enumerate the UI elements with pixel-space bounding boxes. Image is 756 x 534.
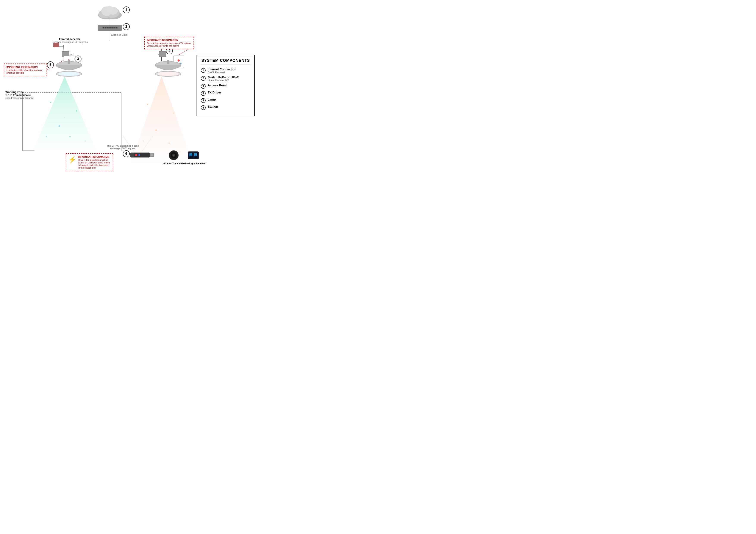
visible-light-receiver-label: Visible Light Receiver [181,162,205,165]
svg-point-35 [50,102,51,103]
svg-point-47 [143,140,144,142]
svg-rect-51 [150,154,153,156]
component-num-4: 4 [201,91,205,96]
svg-point-53 [135,154,137,156]
num-2-circle: 2 [123,23,130,30]
svg-rect-68 [192,155,192,156]
svg-point-45 [155,129,157,131]
main-diagram: 1 2 Cat5e or Cat6 4 Infrared Receiver Re… [0,0,258,183]
svg-point-32 [157,72,179,76]
svg-point-37 [58,125,60,127]
svg-rect-74 [194,155,195,156]
switch-device [98,25,122,31]
info-box-right: IMPORTANT INFORMATION Do not disconnect … [145,37,194,49]
system-components-title: SYSTEM COMPONENTS [201,58,251,65]
svg-point-46 [169,142,170,144]
switch-led [103,27,104,28]
ir-receiver-label: Infrared Receiver Receiver coverage of 6… [52,38,88,43]
cat5e-label: Cat5e or Cat6 [111,33,127,37]
svg-rect-29 [68,60,70,64]
num-1-circle: 1 [123,7,130,13]
svg-rect-52 [130,153,134,157]
component-item-6: 6 Station [201,105,251,110]
station-usb-dongle [129,149,155,162]
svg-point-36 [76,110,77,112]
component-num-6: 6 [201,105,205,110]
component-item-1: 1 Internet Connection DHCP Required [201,67,251,74]
ir-receiver-area [47,43,59,47]
svg-point-58 [173,155,174,156]
num-6-circle: 6 [123,150,130,157]
svg-point-54 [138,154,140,156]
svg-rect-75 [196,155,197,156]
component-num-5: 5 [201,98,205,103]
svg-point-40 [85,140,86,142]
component-item-3: 3 Access Point [201,84,251,89]
component-num-2: 2 [201,76,205,81]
svg-point-43 [147,104,148,105]
light-cone-left [33,76,96,150]
lamp-right [151,60,185,82]
component-num-1: 1 [201,68,205,73]
svg-point-44 [173,113,174,114]
svg-point-28 [58,72,80,76]
info-box-left: IMPORTANT INFORMATION Luminaire cable sh… [4,64,47,76]
svg-point-39 [46,136,47,138]
cone-label: The LiF-XC station has a cone coverage o… [106,144,140,150]
working-zone-label: Working zone 1-6 m from luminaire speed … [5,90,34,99]
svg-marker-34 [33,76,96,150]
svg-rect-33 [167,60,169,64]
svg-point-41 [64,117,65,118]
component-item-2: 2 Switch PoE+ or UPoE Virtual Machine AC… [201,76,251,82]
component-num-3: 3 [201,84,205,89]
usb-icon: ⚡ [68,156,76,164]
svg-point-25 [106,6,113,13]
cloud-icon [95,4,125,19]
info-box-bottom: ⚡ IMPORTANT INFORMATION Drivers for inst… [66,153,113,171]
tx-driver-right [159,51,166,57]
component-item-5: 5 Lamp [201,98,251,103]
system-components-box: SYSTEM COMPONENTS 1 Internet Connection … [197,55,255,116]
component-item-4: 4 TX Driver [201,91,251,96]
svg-rect-67 [189,155,190,156]
num-5-circle: 5 [47,62,54,68]
svg-point-38 [69,136,71,138]
visible-light-receiver-device: Visible Light Receiver [181,150,205,165]
lamp-left [52,60,86,82]
